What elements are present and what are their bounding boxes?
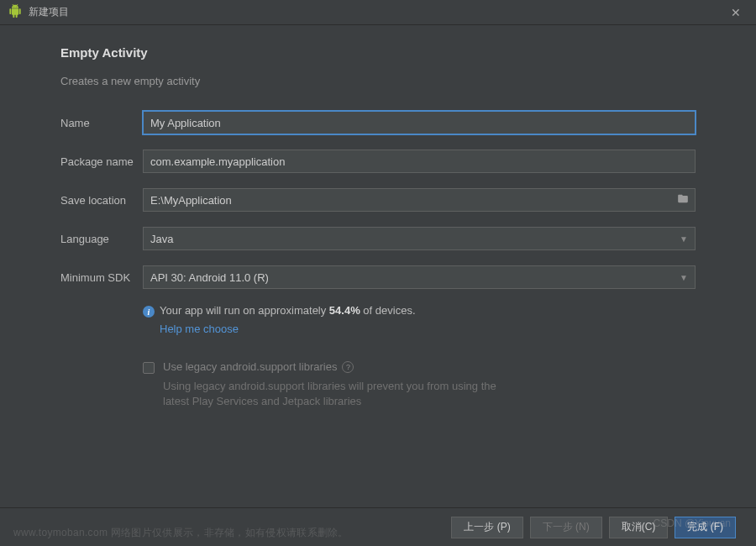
row-language: Language Java ▼ <box>60 227 696 250</box>
name-input[interactable] <box>143 111 696 134</box>
folder-icon[interactable] <box>677 193 689 207</box>
finish-button[interactable]: 完成 (F) <box>675 517 736 538</box>
min-sdk-value: API 30: Android 11.0 (R) <box>150 271 269 284</box>
page-subtitle: Creates a new empty activity <box>60 75 696 87</box>
legacy-description: Using legacy android.support libraries w… <box>163 379 516 409</box>
language-value: Java <box>150 233 173 245</box>
device-coverage-info: i Your app will run on approximately 54.… <box>143 304 696 318</box>
chevron-down-icon: ▼ <box>680 273 688 282</box>
row-min-sdk: Minimum SDK API 30: Android 11.0 (R) ▼ <box>60 265 696 289</box>
content-area: Empty Activity Creates a new empty activ… <box>0 25 756 409</box>
legacy-checkbox[interactable] <box>143 362 155 374</box>
previous-button[interactable]: 上一步 (P) <box>451 517 522 538</box>
legacy-label: Use legacy android.support libraries ? <box>163 360 354 373</box>
page-heading: Empty Activity <box>60 45 696 60</box>
device-coverage-text: Your app will run on approximately 54.4%… <box>160 304 416 317</box>
label-package: Package name <box>60 155 143 168</box>
window-title: 新建项目 <box>29 5 69 19</box>
package-input[interactable] <box>143 150 696 173</box>
row-save-location: Save location <box>60 188 696 212</box>
close-icon[interactable]: ✕ <box>724 3 748 23</box>
row-package: Package name <box>60 150 696 173</box>
chevron-down-icon: ▼ <box>680 234 688 244</box>
label-language: Language <box>60 233 143 245</box>
next-button: 下一步 (N) <box>530 517 602 538</box>
label-min-sdk: Minimum SDK <box>60 271 143 284</box>
legacy-row: Use legacy android.support libraries ? <box>143 360 696 374</box>
titlebar: 新建项目 ✕ <box>0 0 756 25</box>
label-save-location: Save location <box>60 194 143 207</box>
label-name: Name <box>60 117 143 129</box>
help-me-choose-link[interactable]: Help me choose <box>160 323 696 335</box>
android-icon <box>8 4 22 20</box>
language-select[interactable]: Java ▼ <box>143 227 696 250</box>
save-location-input[interactable] <box>143 188 696 212</box>
help-icon[interactable]: ? <box>342 361 354 373</box>
min-sdk-select[interactable]: API 30: Android 11.0 (R) ▼ <box>143 265 696 289</box>
info-icon: i <box>143 306 155 318</box>
row-name: Name <box>60 111 696 134</box>
watermark-bottom-left: www.toymoban.com 网络图片仅供展示，非存储，如有侵权请联系删除。 <box>13 526 349 540</box>
cancel-button[interactable]: 取消(C) <box>609 517 669 538</box>
